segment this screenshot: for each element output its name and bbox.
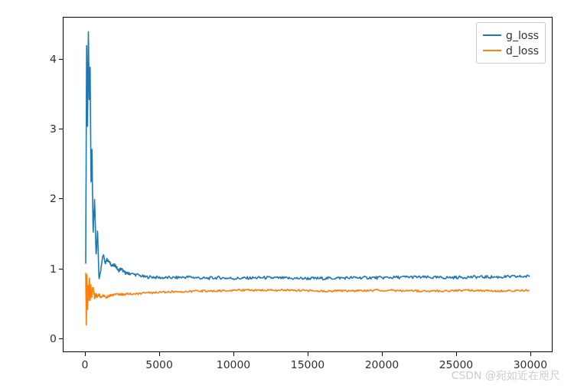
series-g_loss — [86, 32, 530, 280]
ytick-mark — [59, 269, 63, 270]
legend-item-d_loss: d_loss — [483, 43, 539, 58]
ytick-label: 0 — [41, 332, 57, 345]
series-d_loss — [86, 273, 530, 325]
xtick-label: 5000 — [145, 358, 173, 371]
legend-label-d_loss: d_loss — [506, 44, 539, 57]
legend-color-d_loss — [483, 50, 501, 51]
xtick-label: 10000 — [217, 358, 251, 371]
ytick-label: 4 — [41, 53, 57, 65]
watermark-text: CSDN @宛如近在咫尺 — [452, 369, 560, 383]
ytick-label: 2 — [41, 192, 57, 204]
xtick-mark — [308, 352, 308, 356]
legend-label-g_loss: g_loss — [506, 29, 539, 41]
line-svg — [64, 18, 552, 351]
ytick-mark — [59, 59, 63, 60]
xtick-label: 0 — [82, 358, 89, 371]
plot-area: g_loss d_loss — [63, 17, 553, 352]
xtick-mark — [85, 352, 86, 356]
ytick-mark — [59, 129, 63, 129]
xtick-mark — [530, 352, 531, 356]
xtick-label: 20000 — [365, 358, 400, 371]
legend-color-g_loss — [483, 34, 501, 36]
xtick-label: 25000 — [439, 358, 474, 371]
xtick-mark — [382, 352, 383, 356]
ytick-label: 1 — [41, 263, 57, 275]
ytick-mark — [59, 198, 63, 199]
xtick-label: 30000 — [514, 358, 548, 371]
ytick-mark — [59, 338, 63, 339]
xtick-mark — [456, 352, 457, 356]
legend-item-g_loss: g_loss — [483, 28, 539, 43]
xtick-label: 15000 — [291, 358, 325, 371]
xtick-mark — [233, 352, 234, 356]
xtick-mark — [159, 352, 160, 356]
legend: g_loss d_loss — [476, 22, 546, 64]
figure: g_loss d_loss CSDN @宛如近在咫尺 0500010000150… — [0, 0, 574, 392]
ytick-label: 3 — [41, 122, 57, 135]
